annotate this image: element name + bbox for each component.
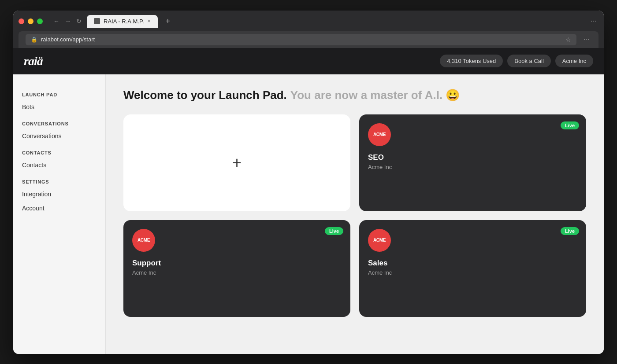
bot-logo-text-sales: ACME xyxy=(373,238,386,243)
bot-company-seo: Acme Inc xyxy=(368,164,577,170)
sidebar-section-settings: SETTINGS Integration Account xyxy=(13,172,105,215)
page-title-secondary: You are now a master of A.I. 😀 xyxy=(290,88,460,102)
sidebar-section-contacts: CONTACTS Contacts xyxy=(13,143,105,172)
book-call-button[interactable]: Book a Call xyxy=(507,55,550,67)
bot-card-seo[interactable]: Live ACME SEO Acme Inc xyxy=(359,114,586,211)
forward-button[interactable]: → xyxy=(63,16,73,26)
bots-grid: + Live ACME SEO Acme Inc Live xyxy=(123,114,586,317)
sidebar-section-conversations: CONVERSATIONS Conversations xyxy=(13,114,105,143)
sidebar-section-launch-pad: LAUNCH PAD Bots xyxy=(13,85,105,114)
sidebar-item-bots[interactable]: Bots xyxy=(13,100,105,114)
maximize-traffic-light[interactable] xyxy=(37,18,43,24)
tab-close-button[interactable]: × xyxy=(148,18,151,24)
sidebar-item-integration[interactable]: Integration xyxy=(13,187,105,201)
app-topbar: raiä 4,310 Tokens Used Book a Call Acme … xyxy=(13,48,604,74)
sidebar-item-account[interactable]: Account xyxy=(13,201,105,215)
bot-name-support: Support xyxy=(132,259,342,268)
bot-card-sales[interactable]: Live ACME Sales Acme Inc xyxy=(359,220,586,317)
browser-chrome: ← → ↻ RAIA - R.A.M.P. × + ⋯ 🔒 raiabot.co… xyxy=(13,11,604,48)
page-title-primary: Welcome to your Launch Pad. xyxy=(123,88,287,102)
tokens-used-badge: 4,310 Tokens Used xyxy=(440,55,503,67)
address-bar-row: 🔒 raiabot.com/app/start ☆ ⋯ xyxy=(19,31,598,48)
live-badge-seo: Live xyxy=(561,121,579,129)
sidebar: LAUNCH PAD Bots CONVERSATIONS Conversati… xyxy=(13,74,106,354)
app-container: raiä 4,310 Tokens Used Book a Call Acme … xyxy=(13,48,604,354)
bot-logo-support: ACME xyxy=(132,229,155,252)
main-content: Welcome to your Launch Pad. You are now … xyxy=(106,74,604,354)
active-tab[interactable]: RAIA - R.A.M.P. × xyxy=(87,15,158,28)
bookmark-icon[interactable]: ☆ xyxy=(565,36,571,43)
url-text: raiabot.com/app/start xyxy=(41,36,562,43)
topbar-actions: 4,310 Tokens Used Book a Call Acme Inc xyxy=(440,55,593,67)
address-bar[interactable]: 🔒 raiabot.com/app/start ☆ xyxy=(26,34,576,45)
add-bot-plus-icon: + xyxy=(232,154,242,172)
bot-name-sales: Sales xyxy=(368,259,577,268)
browser-options-button[interactable]: ⋯ xyxy=(582,34,591,45)
browser-window: ← → ↻ RAIA - R.A.M.P. × + ⋯ 🔒 raiabot.co… xyxy=(13,11,604,354)
section-label-contacts: CONTACTS xyxy=(13,143,105,158)
back-button[interactable]: ← xyxy=(52,16,61,26)
live-badge-support: Live xyxy=(325,227,343,235)
minimize-traffic-light[interactable] xyxy=(28,18,33,24)
tab-favicon xyxy=(94,18,100,24)
tab-title: RAIA - R.A.M.P. xyxy=(104,18,144,25)
section-label-conversations: CONVERSATIONS xyxy=(13,114,105,129)
bot-logo-text-support: ACME xyxy=(138,238,150,243)
bot-name-seo: SEO xyxy=(368,153,577,162)
bot-card-support[interactable]: Live ACME Support Acme Inc xyxy=(123,220,350,317)
bot-company-sales: Acme Inc xyxy=(368,269,577,276)
live-badge-sales: Live xyxy=(561,227,579,235)
sidebar-item-contacts[interactable]: Contacts xyxy=(13,158,105,172)
refresh-button[interactable]: ↻ xyxy=(74,16,83,26)
bot-logo-text-seo: ACME xyxy=(373,132,386,137)
bot-logo-seo: ACME xyxy=(368,123,391,146)
sidebar-item-conversations[interactable]: Conversations xyxy=(13,129,105,143)
account-button[interactable]: Acme Inc xyxy=(555,55,593,67)
new-tab-button[interactable]: + xyxy=(161,15,175,28)
section-label-settings: SETTINGS xyxy=(13,172,105,187)
close-traffic-light[interactable] xyxy=(19,18,24,24)
app-logo: raiä xyxy=(24,54,43,68)
add-bot-card[interactable]: + xyxy=(123,114,350,211)
lock-icon: 🔒 xyxy=(31,37,37,43)
page-title: Welcome to your Launch Pad. You are now … xyxy=(123,88,586,102)
bot-company-support: Acme Inc xyxy=(132,269,342,276)
app-body: LAUNCH PAD Bots CONVERSATIONS Conversati… xyxy=(13,74,604,354)
bot-logo-sales: ACME xyxy=(368,229,391,252)
section-label-launch-pad: LAUNCH PAD xyxy=(13,85,105,100)
browser-more-button[interactable]: ⋯ xyxy=(589,16,598,26)
